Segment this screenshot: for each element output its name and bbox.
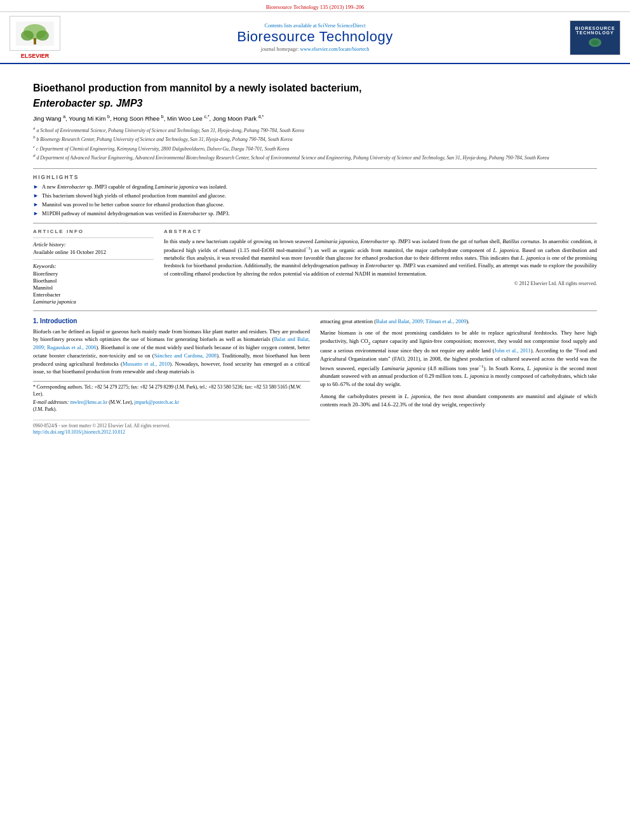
- elsevier-logo-box: [10, 16, 60, 51]
- journal-citation: Bioresource Technology 135 (2013) 199–20…: [266, 4, 365, 10]
- main-right-column: attracting great attention (Balat and Ba…: [320, 317, 597, 435]
- ref-tilman[interactable]: Tilman et al., 2009: [426, 318, 466, 324]
- keyword-3: Mannitol: [33, 284, 154, 291]
- svg-point-6: [591, 40, 599, 45]
- elsevier-tree-icon: [16, 22, 54, 46]
- article-info-abstract: ARTICLE INFO Article history: Available …: [33, 229, 597, 305]
- footnote-corresponding: * Corresponding authors. Tel.: +82 54 27…: [33, 384, 310, 398]
- abstract-column: ABSTRACT In this study a new bacterium c…: [164, 229, 597, 305]
- authors-line: Jing Wang a, Young Mi Kim b, Hong Soon R…: [33, 114, 597, 122]
- journal-citation-bar: Bioresource Technology 135 (2013) 199–20…: [0, 0, 630, 12]
- highlight-item-3: ► Mannitol was proved to be better carbo…: [33, 201, 597, 209]
- bioresource-logo-area: BIORESOURCE TECHNOLOGY: [566, 20, 624, 55]
- highlights-section: HIGHLIGHTS ► A new Enterobacter sp. JMP3…: [33, 174, 597, 218]
- main-content: 1. Introduction Biofuels can be defined …: [33, 317, 597, 435]
- highlight-item-2: ► This bacterium showed high yields of e…: [33, 192, 597, 200]
- highlight-arrow-2: ►: [33, 192, 39, 200]
- footnote-section: * Corresponding authors. Tel.: +82 54 27…: [33, 381, 310, 413]
- affiliation-c: c c Department of Chemical Engineering, …: [33, 144, 597, 153]
- journal-header: ELSEVIER Contents lists available at Sci…: [0, 12, 630, 64]
- highlight-text-2: This bacterium showed high yields of eth…: [42, 192, 226, 200]
- bioresource-logo-box: BIORESOURCE TECHNOLOGY: [570, 20, 620, 55]
- ref-sanchez[interactable]: Sánchez and Cardona, 2008: [154, 352, 217, 359]
- info-divider-2: [33, 259, 154, 260]
- highlight-text-3: Mannitol was proved to be better carbon …: [42, 201, 224, 209]
- highlight-item-4: ► M1PDH pathway of mannitol dehydrogenat…: [33, 210, 597, 218]
- svg-rect-4: [34, 38, 36, 44]
- footer-bar: 0960-8524/$ - see front matter © 2012 El…: [33, 420, 310, 429]
- divider-1: [33, 168, 597, 169]
- highlight-arrow-4: ►: [33, 210, 39, 218]
- bioresource-icon: [586, 36, 605, 49]
- intro-para-1: Biofuels can be defined as liquid or gas…: [33, 328, 310, 377]
- article-title-line2: Enterobacter sp. JMP3: [33, 98, 597, 109]
- divider-2: [33, 223, 597, 223]
- footnote-email: E-mail addresses: mwlee@kmu.ac.kr (M.W. …: [33, 399, 310, 413]
- abstract-title: ABSTRACT: [164, 229, 597, 234]
- affiliation-a: a a School of Environmental Science, Poh…: [33, 126, 597, 135]
- main-left-column: 1. Introduction Biofuels can be defined …: [33, 317, 310, 435]
- keyword-1: Biorefinery: [33, 270, 154, 277]
- elsevier-logo-area: ELSEVIER: [6, 16, 64, 59]
- affiliation-d: d d Department of Advanced Nuclear Engin…: [33, 153, 597, 162]
- intro-para-attracting: attracting great attention (Balat and Ba…: [320, 317, 597, 326]
- article-body: Bioethanol production from mannitol by a…: [0, 64, 630, 441]
- highlights-title: HIGHLIGHTS: [33, 174, 597, 180]
- keywords-label: Keywords:: [33, 263, 154, 269]
- affiliations: a a School of Environmental Science, Poh…: [33, 126, 597, 162]
- intro-para-carbohydrates: Among the carbohydrates present in L. ja…: [320, 392, 597, 409]
- intro-para-marine: Marine biomass is one of the most promis…: [320, 329, 597, 389]
- info-divider-1: [33, 237, 154, 238]
- article-title-line1: Bioethanol production from mannitol by a…: [33, 82, 597, 95]
- email-jmpark[interactable]: jmpark@postech.ac.kr: [134, 399, 178, 405]
- highlight-item-1: ► A new Enterobacter sp. JMP3 capable of…: [33, 183, 597, 191]
- journal-center-info: Contents lists available at SciVerse Sci…: [64, 23, 566, 52]
- highlight-text-4: M1PDH pathway of mannitol dehydrogenatio…: [42, 210, 230, 218]
- journal-homepage: journal homepage: www.elsevier.com/locat…: [64, 46, 566, 52]
- article-info-title: ARTICLE INFO: [33, 229, 154, 234]
- keyword-2: Bioethanol: [33, 277, 154, 284]
- highlight-text-1: A new Enterobacter sp. JMP3 capable of d…: [42, 183, 227, 191]
- keyword-4: Enterobacter: [33, 291, 154, 298]
- divider-3: [33, 310, 597, 311]
- keyword-5: Laminaria japonica: [33, 298, 154, 305]
- journal-homepage-url: www.elsevier.com/locate/biortech: [300, 46, 369, 52]
- email-mwlee[interactable]: mwlee@kmu.ac.kr: [70, 399, 107, 405]
- article-history-label: Article history:: [33, 241, 154, 248]
- affiliation-b: b b Bioenergy Research Center, Pohang Un…: [33, 135, 597, 143]
- footer-doi-link[interactable]: http://dx.doi.org/10.1016/j.biortech.201…: [33, 429, 125, 435]
- elsevier-brand-text: ELSEVIER: [21, 53, 50, 59]
- copyright-notice: © 2012 Elsevier Ltd. All rights reserved…: [164, 281, 597, 286]
- article-available-online: Available online 16 October 2012: [33, 249, 154, 255]
- svg-point-3: [36, 30, 49, 41]
- ref-balat-balat[interactable]: Balat and Balat, 2009;: [376, 318, 424, 324]
- sciverse-link[interactable]: Contents lists available at SciVerse Sci…: [64, 23, 566, 29]
- highlight-arrow-1: ►: [33, 183, 39, 191]
- footer-issn: 0960-8524/$ - see front matter © 2012 El…: [33, 423, 170, 429]
- sciverse-text: SciVerse ScienceDirect: [318, 23, 366, 29]
- abstract-text: In this study a new bacterium capable of…: [164, 237, 597, 277]
- svg-point-2: [21, 30, 34, 41]
- highlight-arrow-3: ►: [33, 201, 39, 209]
- article-info-column: ARTICLE INFO Article history: Available …: [33, 229, 154, 305]
- ref-mussatto[interactable]: Mussatto et al., 2010: [123, 361, 170, 367]
- journal-title: Bioresource Technology: [64, 29, 566, 45]
- intro-section-title: 1. Introduction: [33, 317, 310, 324]
- ref-ragauskas[interactable]: Ragauskas et al., 2006: [47, 344, 97, 350]
- ref-john[interactable]: John et al., 2011: [494, 347, 530, 354]
